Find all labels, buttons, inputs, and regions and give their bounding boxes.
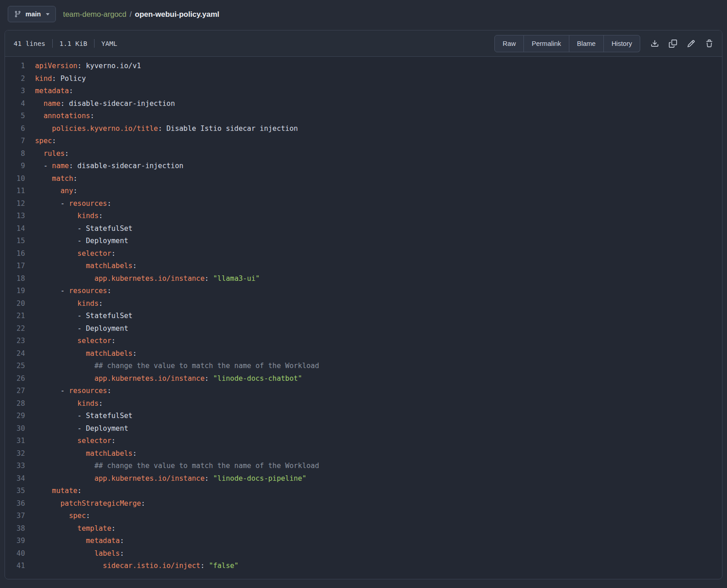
code-line: 37 spec: [5, 510, 722, 523]
code-line: 36 patchStrategicMerge: [5, 498, 722, 510]
code-line: 22 - Deployment [5, 323, 722, 335]
line-number[interactable]: 23 [5, 335, 35, 348]
permalink-button[interactable]: Permalink [524, 35, 569, 52]
file-view-panel: 41 lines 1.1 KiB YAML Raw Permalink Blam… [5, 30, 722, 579]
line-number[interactable]: 37 [5, 510, 35, 523]
code-text: match: [35, 173, 77, 185]
blame-button[interactable]: Blame [569, 35, 604, 52]
code-text: - resources: [35, 198, 111, 210]
line-number[interactable]: 10 [5, 173, 35, 185]
breadcrumb: team-demo-argocd / open-webui-policy.yam… [63, 10, 219, 19]
line-number[interactable]: 29 [5, 410, 35, 423]
code-line: 35 mutate: [5, 485, 722, 498]
code-line: 2kind: Policy [5, 73, 722, 85]
line-number[interactable]: 20 [5, 298, 35, 310]
code-line: 12 - resources: [5, 198, 722, 210]
code-text: kinds: [35, 398, 103, 410]
line-number[interactable]: 32 [5, 448, 35, 460]
code-text: selector: [35, 435, 115, 448]
line-number[interactable]: 11 [5, 185, 35, 198]
branch-selector[interactable]: main [8, 6, 56, 22]
line-number[interactable]: 9 [5, 160, 35, 173]
line-number[interactable]: 39 [5, 535, 35, 548]
line-number[interactable]: 15 [5, 235, 35, 248]
line-number[interactable]: 24 [5, 348, 35, 360]
code-line: 41 sidecar.istio.io/inject: "false" [5, 560, 722, 573]
line-number[interactable]: 16 [5, 248, 35, 260]
code-line: 24 matchLabels: [5, 348, 722, 360]
line-number[interactable]: 1 [5, 60, 35, 73]
chevron-down-icon [46, 13, 50, 15]
code-text: kinds: [35, 210, 103, 223]
line-number[interactable]: 3 [5, 85, 35, 98]
line-number[interactable]: 30 [5, 423, 35, 435]
code-text: - resources: [35, 285, 111, 298]
line-number[interactable]: 33 [5, 460, 35, 473]
line-number[interactable]: 25 [5, 360, 35, 373]
delete-icon[interactable] [701, 35, 717, 52]
history-button[interactable]: History [604, 35, 640, 52]
code-line: 27 - resources: [5, 385, 722, 398]
code-line: 34 app.kubernetes.io/instance: "linode-d… [5, 473, 722, 485]
line-number[interactable]: 2 [5, 73, 35, 85]
file-actions: Raw Permalink Blame History [494, 35, 717, 52]
code-text: - Deployment [35, 323, 128, 335]
edit-icon[interactable] [683, 35, 699, 52]
line-number[interactable]: 22 [5, 323, 35, 335]
line-number[interactable]: 12 [5, 198, 35, 210]
raw-button[interactable]: Raw [494, 35, 524, 52]
code-text: app.kubernetes.io/instance: "llama3-ui" [35, 273, 260, 285]
line-number[interactable]: 19 [5, 285, 35, 298]
line-number[interactable]: 8 [5, 148, 35, 160]
file-size: 1.1 KiB [60, 40, 87, 47]
code-line: 14 - StatefulSet [5, 223, 722, 235]
line-number[interactable]: 13 [5, 210, 35, 223]
code-text: any: [35, 185, 77, 198]
divider [52, 39, 53, 48]
code-line: 39 metadata: [5, 535, 722, 548]
line-number[interactable]: 14 [5, 223, 35, 235]
code-text: kind: Policy [35, 73, 86, 85]
code-line: 15 - Deployment [5, 235, 722, 248]
line-number[interactable]: 6 [5, 123, 35, 135]
line-number[interactable]: 34 [5, 473, 35, 485]
line-number[interactable]: 7 [5, 135, 35, 148]
line-number[interactable]: 35 [5, 485, 35, 498]
code-line: 30 - Deployment [5, 423, 722, 435]
code-text: policies.kyverno.io/title: Disable Istio… [35, 123, 298, 135]
line-number[interactable]: 41 [5, 560, 35, 573]
code-line: 13 kinds: [5, 210, 722, 223]
code-text: - Deployment [35, 423, 128, 435]
code-line: 7spec: [5, 135, 722, 148]
copy-icon[interactable] [665, 35, 681, 52]
code-text: spec: [35, 135, 56, 148]
code-line: 4 name: disable-sidecar-injection [5, 98, 722, 110]
code-line: 23 selector: [5, 335, 722, 348]
line-number[interactable]: 5 [5, 110, 35, 123]
line-number[interactable]: 36 [5, 498, 35, 510]
line-number[interactable]: 38 [5, 523, 35, 535]
line-number[interactable]: 18 [5, 273, 35, 285]
download-icon[interactable] [647, 35, 663, 52]
code-line: 28 kinds: [5, 398, 722, 410]
code-text: - StatefulSet [35, 223, 133, 235]
divider [94, 39, 95, 48]
code-line: 25 ## change the value to match the name… [5, 360, 722, 373]
line-number[interactable]: 4 [5, 98, 35, 110]
code-text: - StatefulSet [35, 410, 133, 423]
branch-name-label: main [25, 10, 41, 18]
code-line: 17 matchLabels: [5, 260, 722, 273]
breadcrumb-repo-link[interactable]: team-demo-argocd [63, 10, 126, 19]
line-number[interactable]: 21 [5, 310, 35, 323]
line-number[interactable]: 31 [5, 435, 35, 448]
file-header-bar: 41 lines 1.1 KiB YAML Raw Permalink Blam… [5, 30, 722, 57]
line-number[interactable]: 28 [5, 398, 35, 410]
file-path-header: main team-demo-argocd / open-webui-polic… [0, 0, 727, 28]
line-number[interactable]: 27 [5, 385, 35, 398]
code-text: selector: [35, 335, 115, 348]
line-number[interactable]: 17 [5, 260, 35, 273]
line-number[interactable]: 40 [5, 548, 35, 560]
code-text: name: disable-sidecar-injection [35, 98, 175, 110]
line-number[interactable]: 26 [5, 373, 35, 385]
code-text: kinds: [35, 298, 103, 310]
